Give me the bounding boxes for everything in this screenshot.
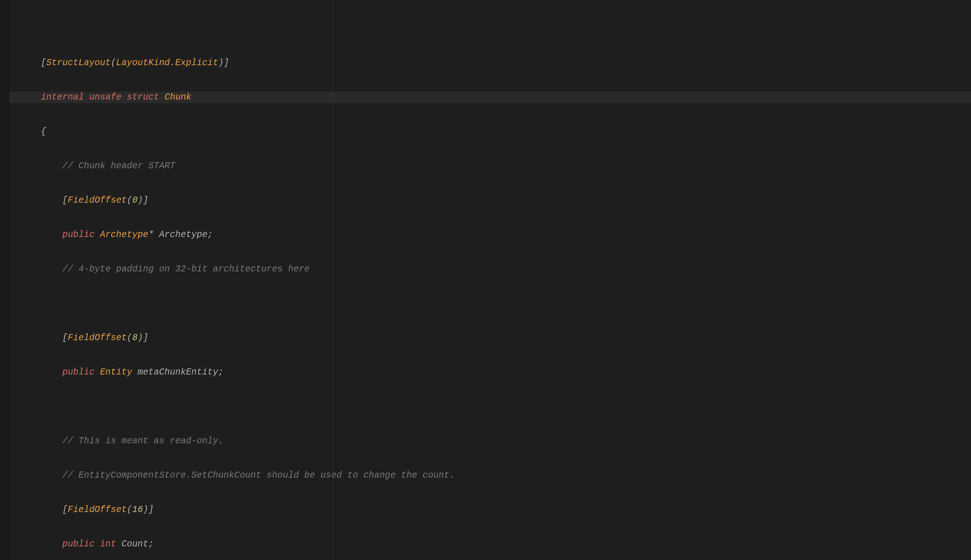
- code-line[interactable]: // EntityComponentStore.SetChunkCount sh…: [0, 470, 971, 481]
- code-editor[interactable]: [StructLayout(LayoutKind.Explicit)] inte…: [0, 0, 971, 560]
- code-line-highlighted[interactable]: internal unsafe struct Chunk: [0, 92, 971, 103]
- code-line[interactable]: // Chunk header START: [0, 160, 971, 172]
- code-line[interactable]: public int Count;: [0, 538, 971, 550]
- code-line[interactable]: // 4-byte padding on 32-bit architecture…: [0, 263, 971, 275]
- code-line[interactable]: [0, 298, 971, 309]
- code-line[interactable]: [FieldOffset(0)]: [0, 195, 971, 206]
- code-line[interactable]: [0, 401, 971, 412]
- code-line[interactable]: public Entity metaChunkEntity;: [0, 367, 971, 378]
- code-line[interactable]: // This is meant as read-only.: [0, 435, 971, 447]
- editor-gutter: [0, 0, 9, 560]
- editor-ruler: [333, 0, 333, 560]
- code-line[interactable]: [FieldOffset(16)]: [0, 504, 971, 516]
- code-line[interactable]: {: [0, 126, 971, 137]
- code-line[interactable]: [FieldOffset(8)]: [0, 332, 971, 344]
- code-line[interactable]: [StructLayout(LayoutKind.Explicit)]: [0, 57, 971, 69]
- code-line[interactable]: public Archetype* Archetype;: [0, 229, 971, 241]
